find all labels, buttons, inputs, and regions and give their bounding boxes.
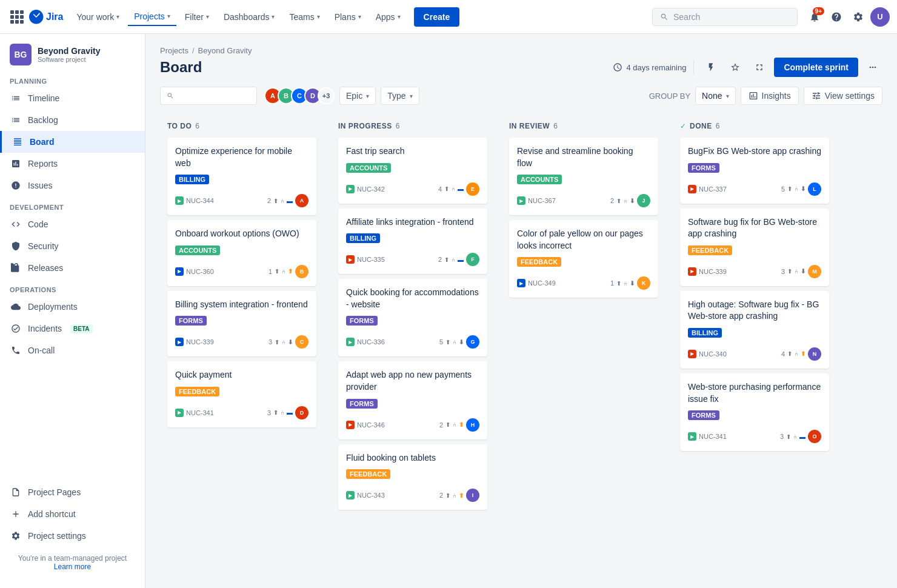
notifications-button[interactable]: 9+ [805, 7, 824, 27]
more-options-button[interactable] [863, 58, 882, 77]
project-type: Software project [38, 56, 135, 63]
card-footer: ▶ NUC-341 3 ⬆ ⑃ ▬ D [175, 406, 308, 419]
sidebar-item-reports[interactable]: Reports [0, 153, 145, 175]
card-item[interactable]: Quick payment FEEDBACK ▶ NUC-341 3 ⬆ ⑃ ▬… [167, 361, 316, 427]
board-search-input[interactable] [178, 91, 250, 101]
star-button[interactable] [725, 58, 745, 77]
nav-dashboards[interactable]: Dashboards ▾ [218, 8, 281, 25]
card-label: FORMS [688, 410, 719, 420]
sidebar-item-code[interactable]: Code [0, 213, 145, 235]
epic-filter[interactable]: Epic ▾ [339, 87, 376, 105]
settings-button[interactable] [849, 7, 868, 27]
card-avatar: H [466, 418, 479, 432]
issue-type-icon: ▶ [688, 185, 696, 193]
card-title: Quick payment [175, 369, 308, 381]
timeline-label: Timeline [28, 93, 59, 103]
search-input[interactable] [673, 12, 782, 22]
sidebar-item-board[interactable]: Board [0, 131, 145, 153]
board-label: Board [30, 137, 54, 147]
nav-apps[interactable]: Apps ▾ [370, 8, 407, 25]
card-story-points: 2 [438, 256, 442, 263]
issue-type-icon: ▶ [688, 350, 696, 358]
insights-icon [749, 91, 758, 101]
main-content: Projects / Beyond Gravity Board 4 days r… [145, 34, 897, 588]
issues-label: Issues [28, 181, 52, 190]
card-item[interactable]: Fluid booking on tablets FEEDBACK ▶ NUC-… [338, 444, 487, 510]
card-footer: ▶ NUC-343 2 ⬆ ⑃ ⬆ I [346, 489, 479, 502]
card-item[interactable]: High outage: Software bug fix - BG Web-s… [680, 291, 829, 369]
board-search[interactable] [160, 87, 257, 105]
sidebar-item-issues[interactable]: Issues [0, 175, 145, 196]
user-avatar[interactable]: U [870, 7, 890, 27]
nav-teams[interactable]: Teams ▾ [283, 8, 325, 25]
group-by-select[interactable]: None ▾ [695, 87, 735, 105]
branch-icon: ⑃ [452, 256, 455, 263]
card-item[interactable]: Onboard workout options (OWO) ACCOUNTS ▶… [167, 220, 316, 286]
card-item[interactable]: Color of pale yellow on our pages looks … [509, 220, 658, 298]
card-item[interactable]: BugFix BG Web-store app crashing FORMS ▶… [680, 138, 829, 204]
card-footer: ▶ NUC-335 2 ⬆ ⑃ ▬ F [346, 253, 479, 266]
project-name: Beyond Gravity [38, 46, 135, 56]
card-footer: ▶ NUC-342 4 ⬆ ⑃ ▬ E [346, 182, 479, 196]
card-item[interactable]: Fast trip search ACCOUNTS ▶ NUC-342 4 ⬆ … [338, 138, 487, 204]
nav-projects[interactable]: Projects ▾ [128, 8, 176, 26]
breadcrumb-projects[interactable]: Projects [160, 46, 188, 55]
card-item[interactable]: Quick booking for accommodations - websi… [338, 279, 487, 356]
card-id: NUC-337 [699, 185, 727, 193]
sidebar-item-timeline[interactable]: Timeline [0, 87, 145, 109]
card-avatar: N [808, 347, 821, 361]
view-settings-button[interactable]: View settings [804, 87, 882, 105]
breadcrumb-project[interactable]: Beyond Gravity [198, 46, 252, 55]
grid-menu-button[interactable] [7, 7, 27, 27]
card-id: NUC-360 [186, 268, 214, 275]
card-meta: 3 ⬆ ⑃ ▬ D [267, 406, 308, 419]
nav-filter[interactable]: Filter ▾ [179, 8, 215, 25]
search-bar[interactable] [652, 8, 798, 26]
sidebar-item-oncall[interactable]: On-call [0, 339, 145, 361]
sidebar-item-releases[interactable]: Releases [0, 257, 145, 279]
help-button[interactable] [827, 7, 846, 27]
sidebar-item-add-shortcut[interactable]: Add shortcut [0, 503, 145, 525]
story-points-icon: ⬆ [445, 421, 450, 428]
priority-icon: ▬ [287, 198, 293, 204]
jira-logo[interactable]: Jira [29, 10, 63, 24]
card-story-points: 4 [438, 185, 442, 193]
card-story-points: 1 [610, 279, 614, 287]
card-meta: 3 ⬆ ⑃ ⬇ C [268, 335, 308, 349]
branch-icon: ⑃ [624, 198, 627, 204]
card-item[interactable]: Revise and streamline booking flow ACCOU… [509, 138, 658, 215]
card-meta: 2 ⬆ ⑃ ⬇ J [610, 194, 650, 207]
more-avatars[interactable]: +3 [318, 87, 335, 104]
card-item[interactable]: Adapt web app no new payments provider F… [338, 361, 487, 439]
card-title: BugFix BG Web-store app crashing [688, 145, 821, 158]
card-item[interactable]: Optimize experience for mobile web BILLI… [167, 138, 316, 215]
sidebar-item-security[interactable]: Security [0, 235, 145, 257]
grid-icon [10, 10, 24, 24]
sidebar-item-incidents[interactable]: Incidents BETA [0, 318, 145, 339]
card-item[interactable]: Billing system integration - frontend FO… [167, 291, 316, 357]
type-filter[interactable]: Type ▾ [381, 87, 419, 105]
sidebar-item-backlog[interactable]: Backlog [0, 109, 145, 131]
story-points-icon: ⬆ [786, 433, 791, 440]
complete-sprint-button[interactable]: Complete sprint [774, 58, 858, 77]
backlog-icon [10, 114, 22, 126]
nav-plans[interactable]: Plans ▾ [328, 8, 367, 25]
card-item[interactable]: Affiliate links integration - frontend B… [338, 209, 487, 275]
card-item[interactable]: Web-store purchasing performance issue f… [680, 373, 829, 451]
top-navigation: Jira Your work ▾ Projects ▾ Filter ▾ Das… [0, 0, 897, 34]
sidebar-item-project-pages[interactable]: Project Pages [0, 481, 145, 503]
board-columns: TO DO 6 Optimize experience for mobile w… [160, 115, 882, 522]
priority-icon: ⬇ [801, 268, 805, 275]
assignee-filter: A B C D +3 [264, 87, 335, 104]
nav-your-work[interactable]: Your work ▾ [70, 8, 125, 25]
insights-button[interactable]: Insights [741, 87, 799, 105]
card-item[interactable]: Software bug fix for BG Web-store app cr… [680, 209, 829, 286]
fullscreen-button[interactable] [750, 58, 769, 77]
sidebar-item-deployments[interactable]: Deployments [0, 296, 145, 318]
sidebar-item-project-settings[interactable]: Project settings [0, 525, 145, 547]
card-label: FEEDBACK [517, 257, 561, 267]
card-footer: ▶ NUC-346 2 ⬆ ⑃ ⬆ H [346, 418, 479, 432]
lightning-button[interactable] [701, 58, 721, 77]
create-button[interactable]: Create [414, 7, 460, 27]
learn-more-link[interactable]: Learn more [54, 563, 91, 571]
